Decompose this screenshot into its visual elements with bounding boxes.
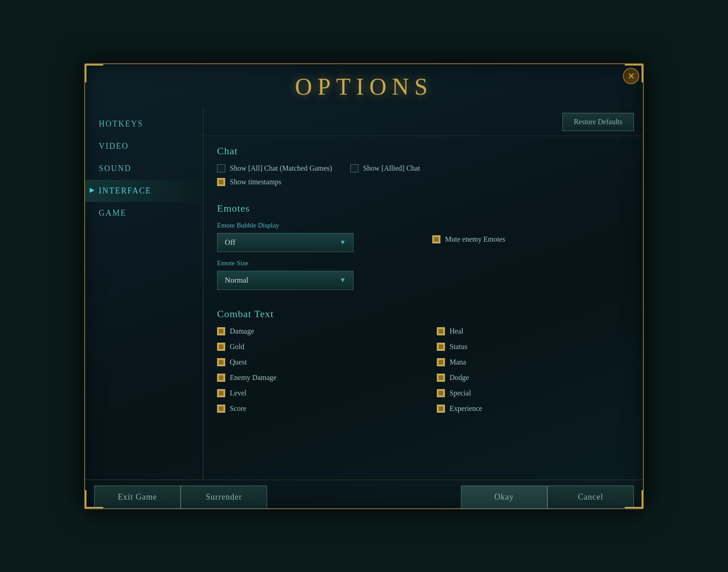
dodge-checkbox-item[interactable]: Dodge xyxy=(437,374,629,382)
enemy-damage-checkbox[interactable] xyxy=(217,374,225,382)
timestamps-label: Show timestamps xyxy=(230,178,281,186)
enemy-damage-label: Enemy Damage xyxy=(230,374,277,382)
emote-size-arrow-icon: ▼ xyxy=(339,277,346,284)
mute-emotes-checkbox-item[interactable]: Mute enemy Emotes xyxy=(432,235,629,243)
damage-checkbox-item[interactable]: Damage xyxy=(217,327,410,335)
heal-checkbox[interactable] xyxy=(437,327,445,335)
main-layout: HOTKEYS VIDEO SOUND INTERFACE GAME Resto… xyxy=(85,108,643,480)
all-chat-label: Show [All] Chat (Matched Games) xyxy=(230,164,332,172)
quest-checkbox-item[interactable]: Quest xyxy=(217,358,410,366)
mana-label: Mana xyxy=(450,358,466,366)
quest-label: Quest xyxy=(230,358,247,366)
quest-checkbox[interactable] xyxy=(217,358,225,366)
divider-2 xyxy=(217,297,629,308)
heal-checkbox-item[interactable]: Heal xyxy=(437,327,629,335)
emotes-layout: Emote Bubble Display Off ▼ Emote Size No… xyxy=(217,222,629,297)
special-checkbox-item[interactable]: Special xyxy=(437,389,629,397)
surrender-button[interactable]: Surrender xyxy=(181,486,267,509)
damage-checkbox[interactable] xyxy=(217,327,225,335)
sidebar-item-video[interactable]: VIDEO xyxy=(85,135,203,157)
experience-checkbox-item[interactable]: Experience xyxy=(437,405,629,413)
special-checkbox[interactable] xyxy=(437,389,445,397)
allied-chat-checkbox-item[interactable]: Show [Allied] Chat xyxy=(350,164,420,172)
all-chat-checkbox-item[interactable]: Show [All] Chat (Matched Games) xyxy=(217,164,332,172)
okay-button[interactable]: Okay xyxy=(461,486,547,509)
bottom-bar: Exit Game Surrender Okay Cancel xyxy=(85,480,643,514)
mana-checkbox[interactable] xyxy=(437,358,445,366)
experience-checkbox[interactable] xyxy=(437,405,445,413)
corner-decoration-bl xyxy=(85,490,103,508)
experience-label: Experience xyxy=(450,405,482,413)
mute-emotes-checkbox[interactable] xyxy=(432,235,440,243)
content-area: Restore Defaults Chat Show [All] Chat (M… xyxy=(203,108,643,480)
status-label: Status xyxy=(450,343,467,351)
content-header: Restore Defaults xyxy=(203,108,643,136)
status-checkbox[interactable] xyxy=(437,343,445,351)
emotes-section-title: Emotes xyxy=(217,202,629,214)
timestamps-checkbox[interactable] xyxy=(217,178,225,186)
timestamps-checkbox-item[interactable]: Show timestamps xyxy=(217,178,281,186)
emote-size-dropdown[interactable]: Normal ▼ xyxy=(217,271,354,290)
status-checkbox-item[interactable]: Status xyxy=(437,343,629,351)
mute-emotes-label: Mute enemy Emotes xyxy=(445,235,505,243)
combat-text-section-title: Combat Text xyxy=(217,308,629,320)
emotes-right: Mute enemy Emotes xyxy=(432,222,629,297)
level-checkbox[interactable] xyxy=(217,389,225,397)
mana-checkbox-item[interactable]: Mana xyxy=(437,358,629,366)
options-dialog: ✕ OPTIONS HOTKEYS VIDEO SOUND INTERFACE … xyxy=(84,63,644,509)
special-label: Special xyxy=(450,389,471,397)
sidebar: HOTKEYS VIDEO SOUND INTERFACE GAME xyxy=(85,108,203,480)
dodge-checkbox[interactable] xyxy=(437,374,445,382)
chat-options-row2: Show timestamps xyxy=(217,178,629,186)
corner-decoration-tl xyxy=(85,64,103,82)
dodge-label: Dodge xyxy=(450,374,469,382)
score-checkbox[interactable] xyxy=(217,405,225,413)
gold-label: Gold xyxy=(230,343,244,351)
chat-options-row1: Show [All] Chat (Matched Games) Show [Al… xyxy=(217,164,629,172)
emote-bubble-label: Emote Bubble Display xyxy=(217,222,414,229)
scroll-content[interactable]: Chat Show [All] Chat (Matched Games) Sho… xyxy=(203,136,643,480)
sidebar-item-hotkeys[interactable]: HOTKEYS xyxy=(85,113,203,135)
dialog-title: OPTIONS xyxy=(85,64,643,108)
level-label: Level xyxy=(230,389,246,397)
enemy-damage-checkbox-item[interactable]: Enemy Damage xyxy=(217,374,410,382)
sidebar-item-game[interactable]: GAME xyxy=(85,202,203,224)
level-checkbox-item[interactable]: Level xyxy=(217,389,410,397)
cancel-button[interactable]: Cancel xyxy=(547,486,634,509)
corner-decoration-br xyxy=(625,490,643,508)
score-checkbox-item[interactable]: Score xyxy=(217,405,410,413)
score-label: Score xyxy=(230,405,246,413)
allied-chat-checkbox[interactable] xyxy=(350,164,359,172)
all-chat-checkbox[interactable] xyxy=(217,164,225,172)
emote-size-value: Normal xyxy=(225,276,248,285)
damage-label: Damage xyxy=(230,327,254,335)
restore-defaults-button[interactable]: Restore Defaults xyxy=(562,113,634,131)
emote-bubble-value: Off xyxy=(225,238,235,247)
combat-text-grid: Damage Heal Gold Status xyxy=(217,327,629,413)
allied-chat-label: Show [Allied] Chat xyxy=(363,164,420,172)
emote-bubble-dropdown[interactable]: Off ▼ xyxy=(217,233,354,252)
close-button[interactable]: ✕ xyxy=(623,68,639,84)
gold-checkbox-item[interactable]: Gold xyxy=(217,343,410,351)
exit-game-button[interactable]: Exit Game xyxy=(94,486,181,509)
chat-section-title: Chat xyxy=(217,145,629,157)
sidebar-item-sound[interactable]: SOUND xyxy=(85,157,203,180)
emote-size-label: Emote Size xyxy=(217,259,414,267)
emote-bubble-arrow-icon: ▼ xyxy=(339,239,346,246)
heal-label: Heal xyxy=(450,327,463,335)
divider-1 xyxy=(217,192,629,202)
sidebar-item-interface[interactable]: INTERFACE xyxy=(85,180,203,202)
gold-checkbox[interactable] xyxy=(217,343,225,351)
emotes-left: Emote Bubble Display Off ▼ Emote Size No… xyxy=(217,222,414,297)
